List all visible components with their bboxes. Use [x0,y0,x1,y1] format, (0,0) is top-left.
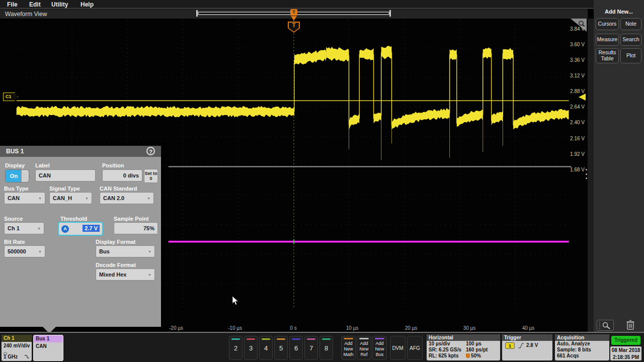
acquisition-title: Acquisition [555,334,609,341]
scale-label: 3.60 V [565,42,585,47]
source-dropdown[interactable]: Ch 1 ▼ [4,222,44,234]
results-table-button[interactable]: Results Table [596,48,619,63]
trigger-title: Trigger [502,334,552,341]
add-new-math-button[interactable]: Add New Math [341,336,356,360]
scale-label: 3.12 V [565,73,585,78]
bus1-badge[interactable]: Bus 1 CAN [33,335,63,361]
chevron-down-icon: ▼ [85,193,89,205]
bit-rate-label: Bit Rate [4,239,25,245]
channel6-button[interactable]: 6 [289,336,303,360]
oscilloscope-screen: File Edit Utility Help Waveform View T T… [0,0,644,362]
triggered-status-badge: Triggered [611,336,640,345]
position-input[interactable]: 0 divs [102,169,142,182]
channel1-badge[interactable]: Ch 1 240 mV/div 1 GHz [2,335,32,361]
rising-edge-icon [518,342,524,349]
dvm-button[interactable]: DVM [390,336,406,360]
acquisition-panel[interactable]: Acquisition Auto, Analyze Sample: 8 bits… [555,334,609,360]
channel5-button[interactable]: 5 [274,336,288,360]
bus1-config-dialog: BUS 1 ? Display Label Position On CAN 0 … [0,146,161,327]
dialog-header[interactable]: BUS 1 ? [0,146,161,157]
chevron-down-icon: ▼ [148,269,151,281]
horizontal-panel[interactable]: Horizontal 10 µs/div100 µs SR: 6.25 GS/s… [427,334,500,360]
help-icon[interactable]: ? [146,147,155,155]
scale-label: 2.88 V [565,88,585,94]
sample-point-input[interactable]: 75% [114,222,158,234]
can-standard-dropdown[interactable]: CAN 2.0 ▼ [100,192,154,204]
source-value: Ch 1 [8,225,20,231]
bus-type-value: CAN [8,195,20,201]
menu-utility[interactable]: Utility [51,1,68,8]
menu-edit[interactable]: Edit [29,1,41,8]
measure-button[interactable]: Measure [596,34,619,46]
set-to-zero-button[interactable]: Set to 0 [144,169,158,183]
display-toggle-knob[interactable] [21,170,29,182]
bus-type-dropdown[interactable]: CAN ▼ [4,192,45,204]
mouse-cursor [232,296,239,308]
channel7-button[interactable]: 7 [304,336,318,360]
display-format-label: Display Format [96,239,135,245]
scale-label: 1.68 V [565,167,585,172]
bus1-badge-title: Bus 1 [34,335,63,342]
bit-rate-value: 500000 [8,248,26,254]
trigger-level: 2.8 V [526,342,538,348]
time-text: 2:18:35 PM [610,354,641,361]
label-label: Label [35,162,50,168]
channel4-button[interactable]: 4 [259,336,273,360]
chevron-down-icon: ▼ [37,223,41,235]
datetime-display: 08 Mar 2018 2:18:35 PM [610,346,641,360]
search-button[interactable]: Search [620,34,641,46]
display-toggle[interactable]: On [5,169,29,183]
trigger-position-mini-flag[interactable]: T [290,9,297,16]
add-new-ref-button[interactable]: Add New Ref [357,336,371,360]
time-axis-label: 30 µs [453,325,486,331]
display-label: Display [5,162,25,168]
chevron-down-icon: ▼ [38,246,42,258]
bus-type-label: Bus Type [4,186,29,192]
chevron-down-icon: ▼ [38,193,42,205]
decode-format-dropdown[interactable]: Mixed Hex ▼ [96,268,155,281]
signal-type-dropdown[interactable]: CAN_H ▼ [49,192,92,204]
signal-type-value: CAN_H [53,195,72,201]
decode-format-value: Mixed Hex [99,272,126,278]
warning-icon [466,353,470,358]
plot-button[interactable]: Plot [620,48,641,63]
sample-point-label: Sample Point [114,216,149,222]
threshold-value-selected: 2.7 V [83,225,100,232]
note-button[interactable]: Note [620,18,641,30]
trigger-source-badge: 1 [505,342,515,349]
signal-type-label: Signal Type [49,186,80,192]
label-input[interactable]: CAN [35,169,96,182]
channel8-button[interactable]: 8 [319,336,333,360]
cursors-button[interactable]: Cursors [596,18,619,30]
scale-label: 3.36 V [565,57,585,63]
bus1-type: CAN [34,342,63,349]
afg-button[interactable]: AFG [407,336,423,360]
zoom-magnifier-icon [597,320,613,330]
source-label: Source [4,216,23,222]
decode-format-label: Decode Format [96,262,136,268]
menu-file[interactable]: File [7,1,18,8]
trigger-panel[interactable]: Trigger 1 2.8 V [502,334,552,360]
channel3-button[interactable]: 3 [244,336,258,360]
threshold-source-badge: A [61,225,69,233]
threshold-input[interactable]: A 2.7 V [58,222,103,236]
trash-icon [625,319,635,330]
display-format-value: Bus [99,248,110,254]
menu-help[interactable]: Help [80,1,94,8]
chevron-down-icon: ▼ [147,193,150,205]
trash-button[interactable] [625,319,636,331]
display-format-dropdown[interactable]: Bus ▼ [96,245,155,257]
right-gutter [588,19,594,332]
time-axis-label: -10 µs [219,325,251,331]
add-new-bus-button[interactable]: Add New Bus [372,336,387,360]
zoom-mode-button[interactable] [597,320,614,331]
probe-icon [2,348,32,353]
channel1-bandwidth: 1 GHz [2,353,32,359]
add-new-title: Add New... [594,9,644,15]
scale-label: 2.40 V [565,120,585,125]
chevron-down-icon: ▼ [148,246,151,258]
scale-label: 2.16 V [565,136,585,141]
overview-right-bracket[interactable] [389,10,391,17]
bit-rate-dropdown[interactable]: 500000 ▼ [4,245,45,257]
channel2-button[interactable]: 2 [229,336,243,360]
